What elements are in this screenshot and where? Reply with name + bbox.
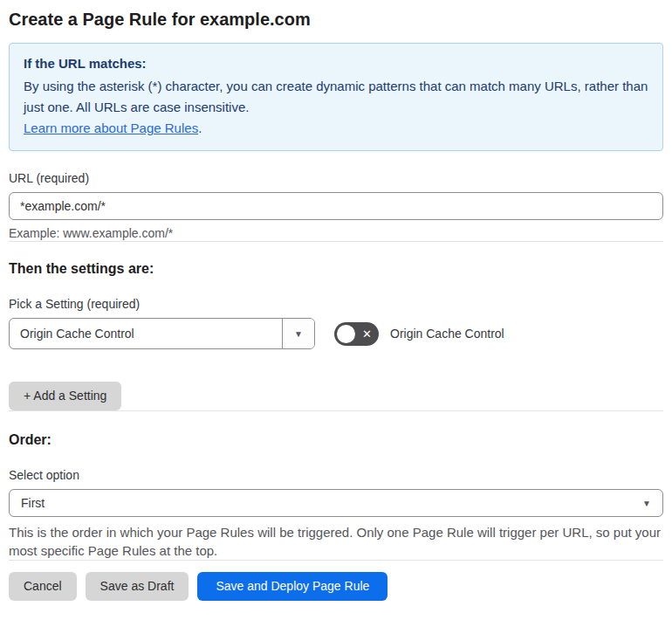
- info-link-suffix: .: [198, 121, 202, 135]
- info-link-line: Learn more about Page Rules.: [24, 118, 648, 139]
- info-heading: If the URL matches:: [24, 53, 648, 74]
- select-arrow-icon: ▼: [642, 499, 651, 508]
- learn-more-link[interactable]: Learn more about Page Rules: [24, 121, 198, 135]
- section-divider: [9, 410, 663, 411]
- page-title: Create a Page Rule for example.com: [9, 7, 663, 31]
- order-section-heading: Order:: [9, 431, 663, 449]
- url-example-help: Example: www.example.com/*: [9, 226, 663, 241]
- chevron-down-icon[interactable]: ▼: [282, 319, 314, 348]
- save-and-deploy-button[interactable]: Save and Deploy Page Rule: [197, 572, 387, 601]
- order-help-text: This is the order in which your Page Rul…: [9, 523, 663, 560]
- setting-picker-value: Origin Cache Control: [10, 319, 282, 348]
- order-select-dropdown[interactable]: First ▼: [9, 489, 663, 517]
- setting-row: Origin Cache Control ▼ ✕ Origin Cache Co…: [9, 318, 663, 349]
- page-rule-form: Create a Page Rule for example.com If th…: [0, 0, 672, 610]
- order-select-label: Select option: [9, 468, 663, 483]
- setting-picker-label: Pick a Setting (required): [9, 297, 663, 312]
- order-select-value: First: [21, 496, 45, 510]
- url-field-label: URL (required): [9, 171, 663, 186]
- cancel-button[interactable]: Cancel: [9, 572, 77, 601]
- info-body-text: By using the asterisk (*) character, you…: [24, 76, 648, 118]
- toggle-knob: [337, 325, 355, 343]
- toggle-label: Origin Cache Control: [390, 327, 504, 341]
- url-input[interactable]: [9, 192, 663, 220]
- section-divider: [9, 241, 663, 242]
- url-match-info-callout: If the URL matches: By using the asteris…: [9, 43, 663, 151]
- footer-actions: Cancel Save as Draft Save and Deploy Pag…: [9, 572, 663, 601]
- origin-cache-control-toggle[interactable]: ✕: [334, 322, 379, 346]
- toggle-off-x-icon: ✕: [362, 328, 372, 340]
- settings-section-heading: Then the settings are:: [9, 260, 663, 278]
- setting-picker-dropdown[interactable]: Origin Cache Control ▼: [9, 318, 315, 349]
- add-setting-button[interactable]: + Add a Setting: [9, 382, 121, 410]
- save-as-draft-button[interactable]: Save as Draft: [86, 572, 189, 601]
- footer-divider: [9, 560, 663, 561]
